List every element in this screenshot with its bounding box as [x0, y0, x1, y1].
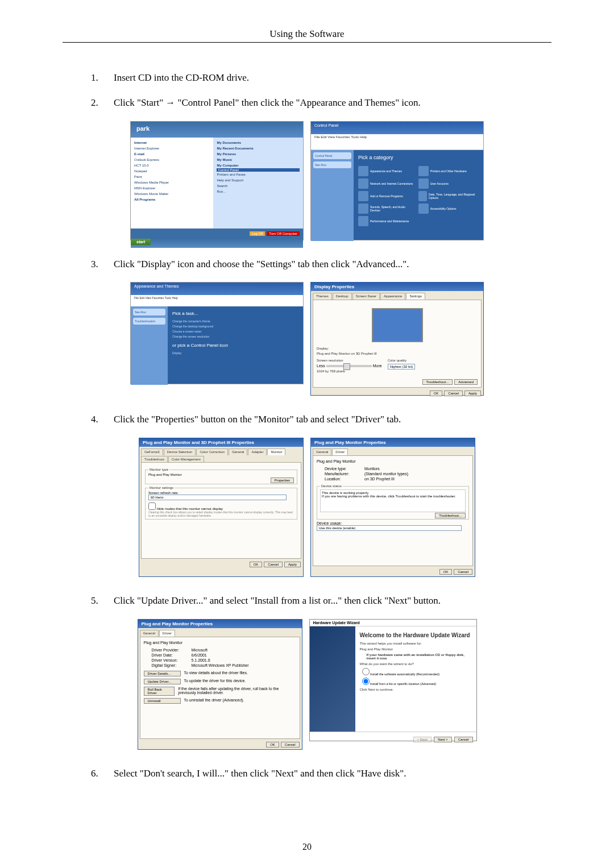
hw-cancel-btn[interactable]: Cancel [454, 737, 473, 742]
sm-turnoff[interactable]: Turn Off Computer [267, 231, 300, 236]
uninstall-btn[interactable]: Uninstall [144, 698, 181, 704]
sm-wmp[interactable]: Windows Media Player [134, 180, 210, 185]
addremove-icon [358, 191, 368, 201]
mp-tab-adapter[interactable]: Adapter [248, 448, 267, 455]
mp-hide-text: Clearing this check box allows you to se… [148, 510, 294, 517]
pd-tab-driver[interactable]: Driver [159, 630, 175, 637]
install-auto-radio[interactable] [362, 668, 370, 675]
cp-cat-network[interactable]: Network and Internet Connections [358, 178, 416, 189]
hw-device: Plug and Play Monitor [360, 647, 472, 651]
cp-cat-sounds[interactable]: Sounds, Speech, and Audio Devices [358, 203, 416, 214]
sm-moviemaker[interactable]: Windows Movie Maker [134, 191, 210, 197]
sm-notepad[interactable]: Notepad [134, 168, 210, 174]
dp-tab-saver[interactable]: Screen Saver [352, 293, 380, 300]
cp-cat-accessibility[interactable]: Accessibility Options [418, 203, 476, 214]
cp-cat-appearance[interactable]: Appearance and Themes [358, 166, 416, 176]
dp-tab-desktop[interactable]: Desktop [333, 293, 352, 300]
dp-less: Less [317, 364, 325, 368]
mp-ok-btn[interactable]: OK [250, 562, 263, 567]
cp-side-cpanel[interactable]: Control Panel [313, 152, 351, 159]
sm-allprograms[interactable]: All Programs [134, 197, 210, 202]
mp-tab-colormgmt[interactable]: Color Management [168, 456, 204, 462]
sm-printers[interactable]: Printers and Faxes [217, 172, 300, 177]
pd-cancel-btn[interactable]: Cancel [281, 742, 300, 747]
pnp-devusage-label: Device usage: [317, 521, 469, 525]
at-task-resolution[interactable]: Change the screen resolution [172, 335, 298, 338]
cp-cat-printers[interactable]: Printers and Other Hardware [418, 166, 476, 176]
step-2-text: Click "Start" → "Control Panel" then cli… [114, 96, 551, 110]
pd-ok-btn[interactable]: OK [266, 742, 279, 747]
cp-cat-users[interactable]: User Accounts [418, 178, 476, 189]
pnp-tab-general[interactable]: General [313, 448, 331, 455]
sm-paint[interactable]: Paint [134, 174, 210, 180]
pnp-troubleshoot-btn[interactable]: Troubleshoot... [435, 513, 466, 518]
update-driver-btn[interactable]: Update Driver... [144, 679, 181, 684]
sm-mymusic[interactable]: My Music [217, 157, 300, 163]
sm-run[interactable]: Run... [217, 189, 300, 194]
dp-ok-btn[interactable]: OK [430, 391, 443, 396]
mp-properties-btn[interactable]: Properties [271, 477, 294, 483]
start-button[interactable]: start [131, 239, 151, 245]
mp-tab-general[interactable]: General [229, 448, 247, 455]
sm-mypics[interactable]: My Pictures [217, 151, 300, 157]
at-task-desktop[interactable]: Change the desktop background [172, 325, 298, 328]
dp-advanced-btn[interactable]: Advanced [454, 379, 478, 385]
driver-details-btn[interactable]: Driver Details... [144, 671, 181, 676]
install-list-radio[interactable] [362, 678, 370, 685]
sm-email[interactable]: E-mail [134, 151, 210, 157]
pd-date-l: Driver Date: [152, 653, 192, 657]
mp-apply-btn[interactable]: Apply [284, 562, 301, 567]
sm-help[interactable]: Help and Support [217, 177, 300, 183]
pnp-ok-btn[interactable]: OK [439, 569, 453, 575]
pnp-cancel-btn[interactable]: Cancel [454, 569, 472, 575]
refresh-rate-select[interactable]: 60 Hertz [148, 495, 287, 500]
mp-tab-devsel[interactable]: Device Selection [164, 448, 196, 455]
mp-monname: Plug and Play Monitor [148, 473, 294, 476]
hw-title: Welcome to the Hardware Update Wizard [360, 632, 472, 638]
at-display[interactable]: Display [172, 351, 298, 355]
page-title: Using the Software [63, 28, 551, 40]
images-row-4: Plug and Play Monitor Properties General… [63, 619, 551, 750]
sm-msn[interactable]: MSN Explorer [134, 185, 210, 191]
step-6-num: 6. [63, 767, 114, 780]
pd-tab-general[interactable]: General [140, 630, 159, 637]
mp-tab-monitor[interactable]: Monitor [267, 448, 285, 455]
sm-email-sub: Outlook Express [134, 157, 210, 163]
mp-tab-troubleshoot[interactable]: Troubleshoot [141, 456, 168, 462]
sm-mydocs[interactable]: My Documents [217, 140, 300, 146]
performance-icon [358, 216, 368, 226]
pnp-tab-driver[interactable]: Driver [332, 448, 348, 455]
screenshot-appearance-themes: Appearance and Themes File Edit View Fav… [130, 282, 304, 384]
at-side-troubleshoot[interactable]: Troubleshooters [133, 318, 165, 325]
dp-tab-settings[interactable]: Settings [406, 293, 425, 300]
sm-myrecent[interactable]: My Recent Documents [217, 146, 300, 151]
sm-internet[interactable]: Internet [134, 140, 210, 146]
dp-cancel-btn[interactable]: Cancel [444, 391, 463, 396]
sm-logoff[interactable]: Log Off [250, 231, 265, 236]
dp-tab-themes[interactable]: Themes [313, 293, 332, 300]
dp-troubleshoot-btn[interactable]: Troubleshoot... [422, 379, 453, 385]
mp-cancel-btn[interactable]: Cancel [264, 562, 283, 567]
cp-cat-datetime[interactable]: Date, Time, Language, and Regional Optio… [418, 191, 476, 201]
at-task-theme[interactable]: Change the computer's theme [172, 319, 298, 323]
pnp-monname: Plug and Play Monitor [317, 459, 469, 463]
sm-hct[interactable]: HCT 10.0 [134, 163, 210, 168]
screenshot-pnp-general: Plug and Play Monitor Properties General… [310, 438, 475, 577]
at-task-saver[interactable]: Choose a screen saver [172, 330, 298, 333]
cp-cat-performance[interactable]: Performance and Maintenance [358, 216, 416, 226]
color-quality-select[interactable]: Highest (32 bit) [388, 364, 416, 369]
dp-tab-appearance[interactable]: Appearance [380, 293, 405, 300]
hw-whatdo: What do you want the wizard to do? [360, 662, 472, 666]
sm-search[interactable]: Search [217, 183, 300, 189]
dp-apply-btn[interactable]: Apply [464, 391, 481, 396]
mp-tab-color[interactable]: Color Correction [196, 448, 228, 455]
resolution-slider[interactable] [326, 365, 372, 367]
mp-tab-geforce[interactable]: GeForce3 [141, 448, 163, 455]
rollback-driver-btn[interactable]: Roll Back Driver [144, 687, 175, 696]
hide-modes-checkbox[interactable] [148, 502, 156, 510]
cp-cat-addremove[interactable]: Add or Remove Programs [358, 191, 416, 201]
hw-next-btn[interactable]: Next > [434, 737, 452, 742]
screenshot-start-menu: park Internet Internet Explorer E-mail O… [130, 121, 304, 240]
device-usage-select[interactable]: Use this device (enable) [317, 525, 462, 531]
sm-mycomputer[interactable]: My Computer [217, 163, 300, 168]
